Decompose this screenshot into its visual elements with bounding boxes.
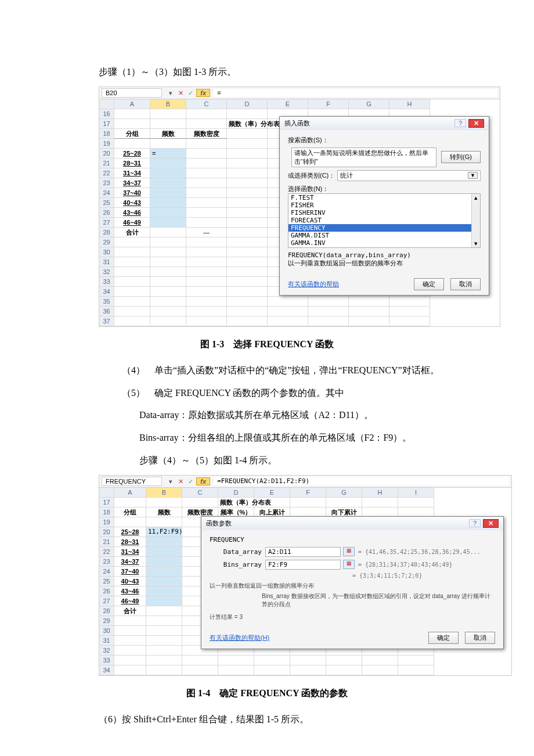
cancel-icon[interactable]: ✕	[176, 89, 185, 97]
cell[interactable]	[150, 208, 186, 218]
cell[interactable]	[227, 139, 268, 149]
list-item[interactable]: FORECAST	[288, 217, 480, 224]
row-header[interactable]: 34	[99, 665, 114, 675]
row-header[interactable]: 32	[99, 267, 114, 277]
cell[interactable]	[146, 596, 182, 606]
list-item[interactable]: GAMMA.INV	[288, 239, 480, 247]
row-header[interactable]: 26	[99, 586, 114, 596]
cell[interactable]	[227, 168, 268, 178]
cell[interactable]	[186, 149, 227, 159]
cell[interactable]	[186, 247, 227, 257]
cell[interactable]	[268, 297, 308, 307]
cell[interactable]: 频数	[146, 507, 182, 517]
select-all-corner[interactable]	[99, 99, 114, 109]
cell[interactable]	[254, 498, 290, 507]
go-button[interactable]: 转到(G)	[441, 151, 481, 163]
cell[interactable]	[227, 218, 268, 228]
cell[interactable]	[268, 316, 308, 326]
row-header[interactable]: 30	[99, 626, 114, 636]
cell[interactable]	[186, 178, 227, 188]
cell[interactable]	[114, 119, 150, 129]
cell[interactable]	[398, 498, 434, 507]
cell[interactable]	[146, 567, 182, 577]
cell[interactable]	[150, 307, 186, 316]
cell[interactable]	[362, 498, 398, 507]
cell[interactable]	[150, 218, 186, 228]
cell[interactable]	[150, 139, 186, 149]
cell[interactable]	[308, 297, 349, 307]
cell[interactable]	[254, 656, 290, 665]
cell[interactable]	[349, 297, 389, 307]
cell[interactable]	[182, 656, 218, 665]
close-icon[interactable]: ✕	[483, 519, 499, 528]
cell[interactable]	[326, 665, 362, 675]
cell[interactable]	[150, 228, 186, 237]
cell[interactable]	[227, 297, 268, 307]
column-header[interactable]: G	[326, 488, 362, 498]
cancel-icon[interactable]: ✕	[176, 478, 185, 485]
cell[interactable]	[290, 498, 326, 507]
cell[interactable]	[389, 316, 430, 326]
cell[interactable]	[326, 498, 362, 507]
cell[interactable]: —	[186, 228, 227, 237]
cell[interactable]	[114, 297, 150, 307]
cell[interactable]	[389, 297, 430, 307]
ok-button[interactable]: 确定	[414, 278, 444, 290]
cell[interactable]: 34~37	[114, 557, 146, 567]
cell[interactable]	[186, 198, 227, 208]
cell[interactable]	[114, 626, 146, 636]
cell[interactable]: =	[150, 149, 186, 159]
cell[interactable]	[150, 297, 186, 307]
cell[interactable]	[146, 646, 182, 656]
cell[interactable]: 分组	[114, 129, 150, 139]
cell[interactable]	[114, 636, 146, 646]
cell[interactable]	[186, 316, 227, 326]
cell[interactable]	[114, 109, 150, 119]
row-header[interactable]: 24	[99, 567, 114, 577]
select-all-corner[interactable]	[99, 488, 114, 498]
cell[interactable]: 43~46	[114, 586, 146, 596]
dialog-titlebar[interactable]: 插入函数 ? ✕	[280, 117, 489, 130]
list-item[interactable]: FISHERINV	[288, 209, 480, 217]
cell[interactable]	[398, 665, 434, 675]
row-header[interactable]: 30	[99, 247, 114, 257]
cell[interactable]: 31~34	[114, 168, 150, 178]
formula-input[interactable]: =	[214, 89, 497, 97]
name-box[interactable]: FREQUENCY	[102, 477, 162, 486]
row-header[interactable]: 32	[99, 646, 114, 656]
cell[interactable]	[186, 188, 227, 198]
cell[interactable]	[227, 247, 268, 257]
list-item[interactable]: GAMMA.DIST	[288, 232, 480, 239]
cell[interactable]	[186, 208, 227, 218]
cell[interactable]	[114, 287, 150, 297]
fx-icon[interactable]: fx	[196, 477, 210, 485]
cell[interactable]	[114, 646, 146, 656]
cell[interactable]	[182, 498, 218, 507]
cell[interactable]	[227, 198, 268, 208]
cell[interactable]	[146, 626, 182, 636]
cell[interactable]	[150, 168, 186, 178]
cell[interactable]	[150, 316, 186, 326]
cell[interactable]	[114, 257, 150, 267]
cell[interactable]	[268, 307, 308, 316]
row-header[interactable]: 20	[99, 527, 114, 537]
cell[interactable]: 37~40	[114, 567, 146, 577]
column-header[interactable]: F	[308, 99, 349, 109]
cell[interactable]	[114, 139, 150, 149]
scrollbar[interactable]: ▴▾	[471, 194, 480, 247]
cell[interactable]	[290, 656, 326, 665]
row-header[interactable]: 23	[99, 178, 114, 188]
cancel-button[interactable]: 取消	[450, 278, 481, 290]
row-header[interactable]: 29	[99, 616, 114, 626]
row-header[interactable]: 33	[99, 277, 114, 287]
cell[interactable]	[150, 277, 186, 287]
cell[interactable]: 31~34	[114, 547, 146, 557]
column-header[interactable]: A	[114, 99, 150, 109]
column-header[interactable]: E	[268, 99, 308, 109]
cell[interactable]	[308, 307, 349, 316]
list-item[interactable]: FREQUENCY	[288, 224, 480, 232]
cell[interactable]	[227, 257, 268, 267]
cell[interactable]	[227, 237, 268, 247]
cell[interactable]	[389, 307, 430, 316]
cell[interactable]	[114, 616, 146, 626]
